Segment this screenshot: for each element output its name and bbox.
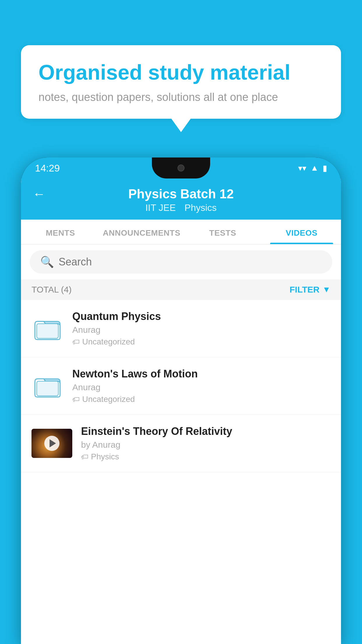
- video-author: by Anurag: [81, 440, 331, 450]
- search-container: 🔍: [21, 244, 341, 279]
- svg-rect-3: [37, 381, 58, 396]
- tag-label: Uncategorized: [82, 395, 135, 404]
- filter-bar: TOTAL (4) FILTER ▼: [21, 279, 341, 300]
- total-count: TOTAL (4): [31, 285, 72, 295]
- search-bar[interactable]: 🔍: [30, 250, 332, 274]
- tag-icon: 🏷: [72, 395, 80, 404]
- wifi-icon: ▾▾: [298, 163, 306, 173]
- filter-icon: ▼: [322, 285, 331, 294]
- video-tag: 🏷 Physics: [81, 452, 331, 461]
- subtitle-iitjee: IIT JEE: [145, 202, 176, 213]
- phone-frame: 14:29 ▾▾ ▲ ▮ ← Physics Batch 12 IIT JEE …: [21, 158, 341, 644]
- video-title: Newton's Laws of Motion: [72, 368, 331, 380]
- video-info: Einstein's Theory Of Relativity by Anura…: [81, 425, 331, 461]
- video-thumbnail: [31, 429, 72, 458]
- video-title: Quantum Physics: [72, 310, 331, 323]
- video-info: Newton's Laws of Motion Anurag 🏷 Uncateg…: [72, 368, 331, 404]
- notch-camera: [178, 164, 184, 172]
- filter-label: FILTER: [290, 285, 320, 295]
- phone-inner: ← Physics Batch 12 IIT JEE Physics MENTS…: [21, 178, 341, 644]
- status-time: 14:29: [35, 162, 60, 174]
- filter-button[interactable]: FILTER ▼: [290, 285, 331, 295]
- back-button[interactable]: ←: [33, 187, 45, 201]
- tag-icon: 🏷: [72, 337, 80, 346]
- video-list: Quantum Physics Anurag 🏷 Uncategorized: [21, 300, 341, 644]
- tag-label: Uncategorized: [82, 337, 135, 346]
- tabs-bar: MENTS ANNOUNCEMENTS TESTS VIDEOS: [21, 220, 341, 244]
- video-author: Anurag: [72, 382, 331, 392]
- folder-icon-wrap: [31, 314, 64, 343]
- play-button[interactable]: [44, 436, 59, 451]
- folder-icon-wrap: [31, 371, 64, 400]
- tag-icon: 🏷: [81, 452, 89, 461]
- tab-videos[interactable]: VIDEOS: [262, 220, 341, 244]
- tag-label: Physics: [91, 452, 119, 461]
- tab-ments[interactable]: MENTS: [21, 220, 100, 244]
- list-item[interactable]: Newton's Laws of Motion Anurag 🏷 Uncateg…: [21, 357, 341, 415]
- battery-icon: ▮: [323, 163, 327, 173]
- video-author: Anurag: [72, 325, 331, 335]
- video-info: Quantum Physics Anurag 🏷 Uncategorized: [72, 310, 331, 346]
- svg-rect-1: [37, 324, 58, 338]
- search-icon: 🔍: [40, 256, 54, 268]
- status-icons: ▾▾ ▲ ▮: [298, 163, 327, 173]
- list-item[interactable]: Einstein's Theory Of Relativity by Anura…: [21, 415, 341, 472]
- notch: [152, 158, 210, 178]
- status-bar: 14:29 ▾▾ ▲ ▮: [21, 158, 341, 178]
- speech-bubble: Organised study material notes, question…: [21, 45, 341, 119]
- signal-icon: ▲: [310, 163, 319, 173]
- video-tag: 🏷 Uncategorized: [72, 395, 331, 404]
- tab-announcements[interactable]: ANNOUNCEMENTS: [100, 220, 183, 244]
- speech-bubble-subtext: notes, question papers, solutions all at…: [38, 91, 324, 104]
- header-subtitle: IIT JEE Physics: [145, 202, 217, 213]
- folder-icon: [34, 374, 61, 398]
- folder-icon: [34, 316, 61, 341]
- search-input[interactable]: [59, 256, 322, 268]
- content-area: 🔍 TOTAL (4) FILTER ▼: [21, 244, 341, 644]
- header-title: Physics Batch 12: [128, 187, 234, 201]
- list-item[interactable]: Quantum Physics Anurag 🏷 Uncategorized: [21, 300, 341, 357]
- play-triangle-icon: [50, 439, 56, 447]
- video-tag: 🏷 Uncategorized: [72, 337, 331, 346]
- video-title: Einstein's Theory Of Relativity: [81, 425, 331, 438]
- tab-tests[interactable]: TESTS: [183, 220, 262, 244]
- subtitle-physics: Physics: [184, 202, 217, 213]
- app-header: ← Physics Batch 12 IIT JEE Physics: [21, 178, 341, 220]
- speech-bubble-heading: Organised study material: [38, 60, 324, 85]
